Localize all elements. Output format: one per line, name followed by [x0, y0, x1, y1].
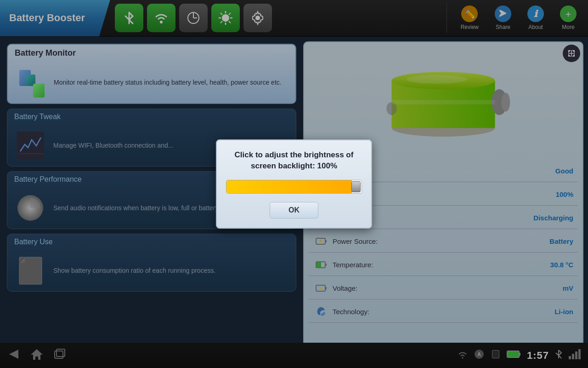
main-content: Battery Monitor Monitor real-time batter…	[0, 37, 588, 368]
brightness-thumb	[351, 181, 361, 192]
brightness-dialog: Click to adjust the brightness of screen…	[216, 139, 372, 229]
ok-button[interactable]: OK	[270, 202, 318, 218]
dialog-overlay: Click to adjust the brightness of screen…	[0, 0, 588, 368]
brightness-fill	[226, 180, 352, 193]
brightness-slider[interactable]	[226, 180, 362, 194]
dialog-title: Click to adjust the brightness of screen…	[226, 150, 362, 172]
